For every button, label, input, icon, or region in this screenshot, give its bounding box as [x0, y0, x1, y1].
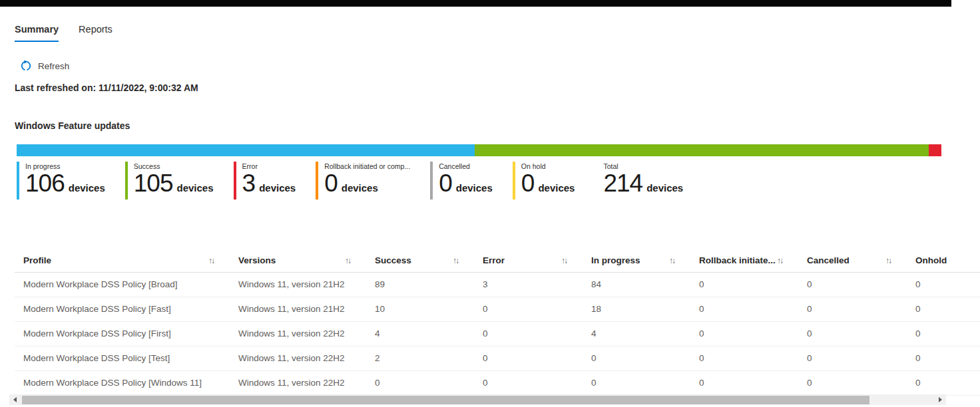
table-cell: Modern Workplace DSS Policy [Fast]: [15, 297, 230, 321]
table-cell: 0: [907, 371, 980, 395]
column-header-error[interactable]: Error ↑↓: [474, 249, 583, 272]
scrollbar-track[interactable]: [21, 394, 935, 405]
column-header-label: In progress: [591, 255, 640, 265]
sort-icon[interactable]: ↑↓: [208, 256, 214, 265]
table-cell: 0: [907, 346, 980, 370]
tile-unit: devices: [342, 182, 378, 194]
column-header-label: Error: [483, 255, 505, 265]
tile-unit: devices: [259, 182, 296, 194]
bar-segment-success: [475, 144, 929, 156]
summary-tile-total: Total 214 devices: [595, 162, 683, 200]
summary-tile-cancelled: Cancelled 0 devices: [430, 162, 493, 200]
table-cell: Modern Workplace DSS Policy [Test]: [15, 346, 230, 370]
table-cell: 0: [690, 322, 798, 346]
table-cell: Windows 11, version 21H2: [230, 297, 366, 321]
summary-tiles: In progress 106 devices Success 105 devi…: [17, 162, 703, 200]
table-cell: Windows 11, version 22H2: [230, 322, 366, 346]
table-cell: 0: [907, 273, 980, 297]
top-black-bar: [0, 0, 951, 7]
table-cell: Windows 11, version 21H2: [230, 273, 366, 297]
column-header-label: Cancelled: [807, 255, 850, 265]
tile-unit: devices: [456, 182, 493, 194]
table-cell: 0: [690, 371, 798, 395]
tile-unit: devices: [177, 182, 214, 194]
table-cell: 0: [798, 346, 907, 370]
column-header-label: Rollback initiate...: [699, 255, 776, 265]
tile-value: 0: [324, 171, 338, 197]
table-cell: 89: [366, 273, 474, 297]
scrollbar-thumb[interactable]: [22, 396, 869, 404]
column-header-in-progress[interactable]: In progress ↑↓: [583, 249, 690, 272]
scroll-left-arrow[interactable]: [9, 394, 21, 405]
table-cell: 4: [583, 322, 690, 346]
sort-icon[interactable]: ↑↓: [777, 256, 782, 265]
column-header-label: Versions: [238, 255, 276, 265]
table-row[interactable]: Modern Workplace DSS Policy [Broad]Windo…: [15, 273, 980, 297]
table-cell: 0: [690, 346, 798, 370]
tile-value: 106: [25, 171, 65, 197]
sort-icon[interactable]: ↑↓: [345, 256, 350, 265]
left-triangle-icon: [13, 397, 17, 402]
table-cell: 0: [798, 371, 907, 395]
right-triangle-icon: [939, 397, 942, 402]
column-header-onhold[interactable]: Onhold: [907, 249, 980, 272]
tile-value: 105: [134, 171, 173, 197]
table-cell: 0: [474, 371, 583, 395]
refresh-icon: [20, 60, 32, 72]
column-header-rollback-initiate-[interactable]: Rollback initiate... ↑↓: [690, 249, 798, 272]
tab-reports[interactable]: Reports: [79, 24, 113, 42]
last-refreshed-text: Last refreshed on: 11/11/2022, 9:00:32 A…: [15, 82, 198, 93]
table-cell: Modern Workplace DSS Policy [Windows 11]: [15, 371, 230, 395]
table-cell: 0: [690, 297, 798, 321]
tile-value: 3: [242, 171, 256, 197]
table-row[interactable]: Modern Workplace DSS Policy [Windows 11]…: [15, 371, 980, 396]
sort-icon[interactable]: ↑↓: [669, 256, 674, 265]
scroll-right-arrow[interactable]: [935, 394, 946, 405]
sort-icon[interactable]: ↑↓: [561, 256, 567, 265]
tile-value: 0: [439, 171, 452, 197]
tile-value: 214: [603, 171, 642, 197]
app-root: SummaryReports Refresh Last refreshed on…: [0, 0, 980, 407]
table-cell: 0: [690, 273, 798, 297]
table-row[interactable]: Modern Workplace DSS Policy [Test]Window…: [15, 346, 980, 371]
summary-tile-success: Success 105 devices: [125, 162, 214, 200]
table-cell: 0: [798, 273, 907, 297]
table-cell: 0: [474, 322, 583, 346]
refresh-button[interactable]: Refresh: [20, 60, 69, 72]
column-header-profile[interactable]: Profile ↑↓: [15, 249, 230, 272]
table-row[interactable]: Modern Workplace DSS Policy [First]Windo…: [15, 322, 980, 346]
column-header-versions[interactable]: Versions ↑↓: [230, 249, 366, 272]
column-header-label: Onhold: [915, 255, 947, 265]
table-cell: 2: [366, 346, 474, 370]
table-cell: 0: [798, 297, 907, 321]
refresh-label: Refresh: [38, 61, 69, 71]
table-cell: 0: [474, 297, 583, 321]
feature-updates-table: Profile ↑↓ Versions ↑↓ Success ↑↓ Error …: [15, 249, 980, 396]
column-header-label: Profile: [23, 255, 51, 265]
table-cell: 0: [583, 371, 690, 395]
tab-label: Summary: [15, 24, 59, 35]
sort-icon[interactable]: ↑↓: [885, 256, 891, 265]
horizontal-scrollbar[interactable]: [9, 394, 946, 405]
bar-segment-error: [929, 144, 941, 156]
table-body: Modern Workplace DSS Policy [Broad]Windo…: [15, 273, 980, 396]
table-cell: 18: [583, 297, 690, 321]
tab-summary[interactable]: Summary: [15, 24, 59, 42]
column-header-label: Success: [375, 255, 411, 265]
table-cell: Windows 11, version 22H2: [230, 346, 366, 370]
tile-unit: devices: [69, 182, 105, 194]
table-cell: 0: [583, 346, 690, 370]
column-header-cancelled[interactable]: Cancelled ↑↓: [798, 249, 907, 272]
summary-tile-on-hold: On hold 0 devices: [513, 162, 575, 200]
sort-icon[interactable]: ↑↓: [453, 256, 458, 265]
summary-tile-error: Error 3 devices: [234, 162, 296, 200]
table-cell: 0: [907, 297, 980, 321]
column-header-success[interactable]: Success ↑↓: [366, 249, 474, 272]
table-cell: 3: [474, 273, 583, 297]
summary-tile-rollback-initiated-or-comp-: Rollback initiated or comp... 0 devices: [316, 162, 410, 200]
tile-unit: devices: [538, 182, 575, 194]
section-title: Windows Feature updates: [15, 120, 130, 131]
table-row[interactable]: Modern Workplace DSS Policy [Fast]Window…: [15, 297, 980, 322]
table-cell: Modern Workplace DSS Policy [First]: [15, 322, 230, 346]
table-cell: 0: [798, 322, 907, 346]
